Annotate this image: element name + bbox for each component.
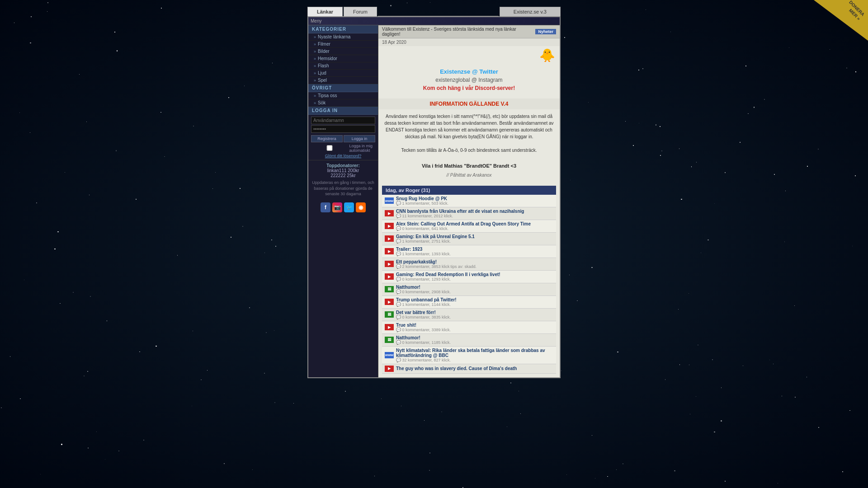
login-button[interactable]: Logga in bbox=[344, 135, 375, 142]
link-title: Natthumor! bbox=[396, 285, 553, 290]
link-meta: 💬 0 kommentarer, 2908 klick. bbox=[396, 290, 553, 294]
instagram-link[interactable]: existenzglobal @ Instagram bbox=[385, 77, 553, 83]
link-title: Trailer: 1923 bbox=[396, 247, 553, 252]
info-heading-text: INFORMATION GÄLLANDE V.4 bbox=[429, 101, 508, 107]
auto-login-label: Logga in mig automatiskt bbox=[349, 144, 375, 153]
social-links-box: Existenzse @ Twitter existenzglobal @ In… bbox=[378, 65, 560, 99]
link-title: Gaming: En kik på Unreal Engine 5.1 bbox=[396, 234, 553, 239]
categories-header: Kategorier bbox=[308, 25, 378, 33]
two-col-layout: Kategorier Nyaste länkarna Filmer Bilder… bbox=[308, 25, 560, 377]
link-item[interactable]: www Nytt klimatatval: Rika länder ska be… bbox=[382, 347, 556, 364]
auto-login-checkbox[interactable] bbox=[311, 145, 348, 151]
link-item[interactable]: ▶ The guy who was in slavery died. Cause… bbox=[382, 364, 556, 374]
auto-login-row: Logga in mig automatiskt bbox=[311, 144, 375, 153]
sidebar-item-sok[interactable]: Sök bbox=[308, 99, 378, 107]
username-input[interactable] bbox=[311, 117, 375, 124]
duck-icon: 🐥 bbox=[378, 46, 560, 65]
link-type-icon: 🖼 bbox=[385, 311, 394, 318]
links-section: Idag, av Roger (31) www Snug Rug Hoodie … bbox=[382, 186, 556, 374]
link-type-icon: 🖼 bbox=[385, 337, 394, 343]
link-meta: 💬 32 kommentarer, 827 klick. bbox=[396, 358, 553, 362]
link-item[interactable]: 🖼 Natthumor! 💬 0 kommentarer, 2908 klick… bbox=[382, 283, 556, 296]
link-meta: 💬 1 kommentarer, 2751 klick. bbox=[396, 239, 553, 244]
twitter-link[interactable]: Existenzse @ Twitter bbox=[385, 68, 553, 75]
header-bar: Meny bbox=[308, 17, 560, 25]
register-button[interactable]: Registrera bbox=[311, 135, 343, 142]
link-item[interactable]: ▶ Gaming: Red Dead Redemption II i verkl… bbox=[382, 271, 556, 283]
link-type-icon: www bbox=[385, 352, 394, 358]
link-item[interactable]: ▶ True shit! 💬 0 kommentarer, 3389 klick… bbox=[382, 321, 556, 334]
link-title: CNN bannlysta från Ukraina efter att de … bbox=[396, 209, 553, 214]
link-meta: 💬 0 kommentarer, 3835 klick. bbox=[396, 315, 553, 319]
link-item[interactable]: ▶ Gaming: En kik på Unreal Engine 5.1 💬 … bbox=[382, 233, 556, 245]
link-title: Det var bättre förr! bbox=[396, 310, 553, 315]
sidebar: Kategorier Nyaste länkarna Filmer Bilder… bbox=[308, 25, 378, 377]
sidebar-item-nyaste[interactable]: Nyaste länkarna bbox=[308, 33, 378, 41]
link-item[interactable]: ▶ Ett pepparkakståg! 💬 2 kommentarer, 38… bbox=[382, 258, 556, 271]
link-meta: 💬 11 kommentarer, 2012 klick. bbox=[396, 214, 553, 218]
link-type-icon: ▶ bbox=[385, 223, 394, 229]
link-title: The guy who was in slavery died. Cause o… bbox=[396, 366, 553, 371]
welcome-text: Välkommen till Existenz - Sveriges störs… bbox=[382, 27, 535, 37]
twitter-icon[interactable]: 🐦 bbox=[344, 202, 354, 212]
link-type-icon: ▶ bbox=[385, 299, 394, 305]
rss-icon[interactable]: ◉ bbox=[356, 202, 366, 212]
sidebar-item-spel[interactable]: Spel bbox=[308, 77, 378, 84]
link-meta: 💬 0 kommentarer, 641 klick. bbox=[396, 226, 553, 231]
link-item[interactable]: ▶ Trump unbannad på Twitter! 💬 1 komment… bbox=[382, 296, 556, 309]
social-icons: f 📷 🐦 ◉ bbox=[308, 200, 378, 215]
nyheter-badge[interactable]: Nyheter bbox=[535, 29, 556, 34]
ovrigt-header: Övrigt bbox=[308, 84, 378, 92]
link-type-icon: ▶ bbox=[385, 248, 394, 254]
sidebar-item-tipsa[interactable]: Tipsa oss bbox=[308, 92, 378, 99]
instagram-icon[interactable]: 📷 bbox=[332, 202, 342, 212]
sidebar-item-flash[interactable]: Flash bbox=[308, 62, 378, 70]
link-meta: 💬 1 kommentarer, 1144 klick. bbox=[396, 302, 553, 307]
main-content: Välkommen till Existenz - Sveriges störs… bbox=[378, 25, 560, 377]
link-title: Natthumor! bbox=[396, 335, 553, 340]
donors-note: Uppdateras en gång i timmen, och baseras… bbox=[311, 180, 375, 197]
donors-section: Toppdonatorer: linkan111 200kr 222222 25… bbox=[308, 160, 378, 200]
link-meta: 💬 2 kommentarer, 3853 klick tips av: ska… bbox=[396, 264, 553, 269]
welcome-bar: Välkommen till Existenz - Sveriges störs… bbox=[378, 25, 560, 38]
tab-forum[interactable]: Forum bbox=[344, 7, 377, 16]
forgot-password-link[interactable]: Glömt ditt lösenord? bbox=[311, 154, 375, 158]
link-item[interactable]: www Snug Rug Hoodie @ PK 💬 1 kommentarer… bbox=[382, 195, 556, 207]
link-type-icon: ▶ bbox=[385, 210, 394, 216]
link-meta: 💬 0 kommentarer, 1185 klick. bbox=[396, 340, 553, 345]
info-body: Användare med konstiga tecken i sitt nam… bbox=[378, 109, 560, 186]
outer-frame: Meny Kategorier Nyaste länkarna Filmer B… bbox=[307, 16, 561, 378]
link-type-icon: ▶ bbox=[385, 261, 394, 267]
rip-text: Vila i frid Mathias "BrandtOE" Brandt <3 bbox=[384, 162, 554, 170]
discord-link[interactable]: Kom och häng i vår Discord-server! bbox=[385, 85, 553, 91]
link-type-icon: ▶ bbox=[385, 273, 394, 280]
link-type-icon: www bbox=[385, 197, 394, 204]
link-title: Nytt klimatatval: Rika länder ska betala… bbox=[396, 348, 553, 358]
link-item[interactable]: 🖼 Natthumor! 💬 0 kommentarer, 1185 klick… bbox=[382, 334, 556, 347]
facebook-icon[interactable]: f bbox=[321, 202, 330, 212]
link-meta: 💬 0 kommentarer, 3389 klick. bbox=[396, 328, 553, 332]
link-item[interactable]: ▶ Alex Stein: Calling Out Armed Antifa a… bbox=[382, 220, 556, 233]
sidebar-item-hemsidor[interactable]: Hemsidor bbox=[308, 55, 378, 62]
tab-lankar[interactable]: Länkar bbox=[307, 7, 343, 16]
menu-label[interactable]: Meny bbox=[311, 19, 321, 23]
links-header: Idag, av Roger (31) bbox=[382, 186, 556, 195]
sidebar-item-ljud[interactable]: Ljud bbox=[308, 70, 378, 77]
login-buttons: Registrera Logga in bbox=[311, 135, 375, 142]
sidebar-item-filmer[interactable]: Filmer bbox=[308, 41, 378, 48]
info-heading: INFORMATION GÄLLANDE V.4 bbox=[378, 99, 560, 109]
date-display: 18 Apr 2020 bbox=[378, 38, 560, 46]
link-title: Gaming: Red Dead Redemption II i verklig… bbox=[396, 272, 553, 277]
donor-2: 222222 25kr bbox=[311, 173, 375, 178]
link-title: Ett pepparkakståg! bbox=[396, 259, 553, 264]
link-item[interactable]: 🖼 Det var bättre förr! 💬 0 kommentarer, … bbox=[382, 309, 556, 321]
link-item[interactable]: ▶ Trailer: 1923 💬 1 kommentarer, 1393 kl… bbox=[382, 245, 556, 258]
link-meta: 💬 1 kommentarer, 1393 klick. bbox=[396, 252, 553, 256]
link-meta: 💬 1 kommentarer, 503 klick. bbox=[396, 201, 553, 206]
link-title: Trump unbannad på Twitter! bbox=[396, 297, 553, 302]
link-meta: 💬 0 kommentarer, 1293 klick. bbox=[396, 277, 553, 282]
password-input[interactable] bbox=[311, 125, 375, 133]
tab-existenz[interactable]: Existenz.se v.3 bbox=[500, 7, 561, 16]
link-item[interactable]: ▶ CNN bannlysta från Ukraina efter att d… bbox=[382, 207, 556, 220]
sidebar-item-bilder[interactable]: Bilder bbox=[308, 48, 378, 55]
